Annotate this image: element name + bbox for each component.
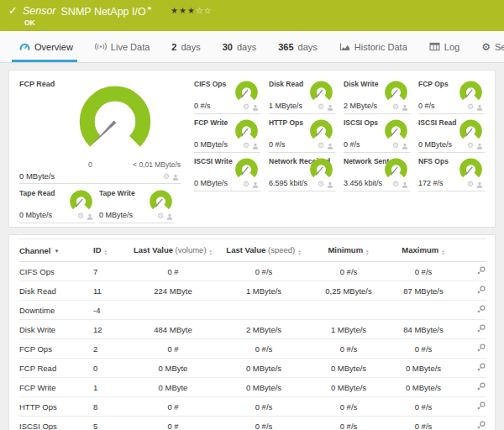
gear-icon[interactable]: ⚙ xyxy=(467,181,474,188)
tab-settings[interactable]: ⚙ Settings xyxy=(470,31,504,62)
gear-icon[interactable]: ⚙ xyxy=(392,142,399,149)
channel-gauge-label: ISCSI Write xyxy=(194,157,233,165)
cell-maximum: 0 #/s xyxy=(387,262,459,281)
channel-gauge-value: 1 MByte/s xyxy=(269,102,302,110)
gear-icon[interactable]: ⚙ xyxy=(318,103,324,111)
channel-settings-button[interactable] xyxy=(476,323,486,336)
gauge-icon xyxy=(19,42,30,51)
gear-icon[interactable]: ⚙ xyxy=(243,181,249,188)
channel-settings-button[interactable] xyxy=(476,420,486,430)
table-row: FCP Ops 2 0 # 0 #/s 0 #/s 0 #/s xyxy=(19,339,486,359)
channel-settings-button[interactable] xyxy=(476,304,486,317)
channel-gauge-label: FCP Ops xyxy=(418,80,449,88)
user-icon[interactable] xyxy=(327,181,333,188)
cell-channel: FCP Write xyxy=(19,378,93,397)
user-icon[interactable] xyxy=(252,181,259,188)
mini-gauge-dial xyxy=(308,119,334,141)
channel-gauge-label: HTTP Ops xyxy=(269,118,303,127)
gear-icon[interactable]: ⚙ xyxy=(318,142,324,149)
mini-gauge-dial xyxy=(383,119,409,141)
sort-icon: ▲▼ xyxy=(365,249,369,256)
tab-365-days[interactable]: 365 days xyxy=(267,31,328,62)
user-icon[interactable] xyxy=(172,174,179,181)
channel-settings-icon xyxy=(476,343,486,353)
gear-icon[interactable]: ⚙ xyxy=(243,142,249,149)
cell-channel: FCP Read xyxy=(19,359,93,378)
cell-actions xyxy=(459,397,486,417)
table-row: FCP Read 0 0 MByte 0 MByte/s 0 MByte/s 0… xyxy=(19,359,486,378)
priority-stars[interactable]: ★★★☆☆ xyxy=(171,5,213,17)
channel-settings-button[interactable] xyxy=(476,362,486,375)
tab-overview[interactable]: Overview xyxy=(8,31,84,62)
user-icon[interactable] xyxy=(252,143,259,149)
tab-log[interactable]: Log xyxy=(418,31,470,62)
gear-icon[interactable]: ⚙ xyxy=(467,103,474,111)
cell-id: -4 xyxy=(93,301,129,320)
column-header-minimum[interactable]: Minimum▲▼ xyxy=(310,239,387,262)
user-icon[interactable] xyxy=(476,104,483,111)
table-row: ISCSI Ops 5 0 # 0 #/s 0 #/s 0 #/s xyxy=(19,417,486,430)
cell-actions xyxy=(459,262,486,281)
cell-maximum: 0 #/s xyxy=(387,339,459,359)
tab-2-days[interactable]: 2 days xyxy=(160,31,211,62)
user-icon[interactable] xyxy=(252,104,259,111)
column-header-maximum[interactable]: Maximum▲▼ xyxy=(387,239,459,262)
gear-icon[interactable]: ⚙ xyxy=(467,142,474,149)
gear-icon[interactable]: ⚙ xyxy=(77,212,84,220)
column-header-last-value-volume[interactable]: Last Value (volume)▲▼ xyxy=(129,239,218,262)
channel-gauge: Disk Read 1 MByte/s ⚙ xyxy=(269,76,335,114)
column-header-id[interactable]: ID▲▼ xyxy=(93,239,129,262)
channel-settings-button[interactable] xyxy=(476,381,486,394)
cell-minimum: 0 MByte/s xyxy=(310,359,387,378)
column-header-last-value-speed[interactable]: Last Value (speed)▲▼ xyxy=(218,239,310,262)
mini-gauge-dial xyxy=(458,119,484,141)
area-chart-icon xyxy=(339,42,350,51)
user-icon[interactable] xyxy=(476,181,483,188)
user-icon[interactable] xyxy=(476,143,483,149)
cell-last-value-speed: 0 #/s xyxy=(218,417,310,430)
main-gauge-value: 0 MByte/s xyxy=(19,171,55,181)
user-icon[interactable] xyxy=(327,104,333,111)
mini-gauge-dial xyxy=(234,158,260,180)
channel-gauge-actions: ⚙ xyxy=(318,181,333,188)
gauge-needle xyxy=(241,90,248,97)
channel-gauge-value: 0 MByte/s xyxy=(194,179,228,187)
channel-settings-button[interactable] xyxy=(476,265,486,278)
stars-filled: ★★★ xyxy=(171,6,196,15)
channel-settings-icon xyxy=(476,381,486,391)
user-icon[interactable] xyxy=(87,213,93,220)
tab-number: 30 xyxy=(223,42,233,52)
sensor-title: SNMP NetApp I/O⚑ xyxy=(61,3,152,18)
tab-historic-data[interactable]: Historic Data xyxy=(328,31,418,62)
channel-gauge-value: 172 #/s xyxy=(418,179,444,187)
gear-icon[interactable]: ⚙ xyxy=(157,212,164,220)
user-icon[interactable] xyxy=(402,104,408,111)
tab-30-days[interactable]: 30 days xyxy=(212,31,268,62)
user-icon[interactable] xyxy=(402,143,408,149)
gear-icon[interactable]: ⚙ xyxy=(318,181,324,188)
channel-gauge: ISCSI Ops 0 #/s ⚙ xyxy=(344,114,410,153)
cell-last-value-volume: 0 # xyxy=(129,417,218,430)
user-icon[interactable] xyxy=(327,143,333,149)
user-icon[interactable] xyxy=(166,213,173,220)
mini-gauge-dial xyxy=(383,158,409,180)
cell-last-value-speed: 0 MByte/s xyxy=(218,359,310,378)
channel-gauge-actions: ⚙ xyxy=(318,103,333,111)
tab-live-data[interactable]: Live Data xyxy=(84,31,160,62)
channel-settings-button[interactable] xyxy=(476,401,486,413)
channel-gauge-value: 2 MByte/s xyxy=(344,102,377,110)
gear-icon[interactable]: ⚙ xyxy=(392,181,399,188)
cell-last-value-volume: 224 MByte xyxy=(129,281,218,301)
column-header-channel[interactable]: Channel▼ xyxy=(19,239,93,262)
cell-channel: HTTP Ops xyxy=(19,397,93,417)
user-icon[interactable] xyxy=(402,181,408,188)
channel-settings-button[interactable] xyxy=(476,343,486,355)
channel-gauge-label: CIFS Ops xyxy=(194,80,226,88)
gear-icon[interactable]: ⚙ xyxy=(243,103,249,111)
cell-actions xyxy=(459,378,486,397)
channel-settings-button[interactable] xyxy=(476,285,486,297)
cell-maximum: 0 MByte/s xyxy=(387,359,459,378)
cell-minimum: 0 MByte/s xyxy=(310,378,387,397)
gear-icon[interactable]: ⚙ xyxy=(163,173,170,181)
gear-icon[interactable]: ⚙ xyxy=(392,103,399,111)
